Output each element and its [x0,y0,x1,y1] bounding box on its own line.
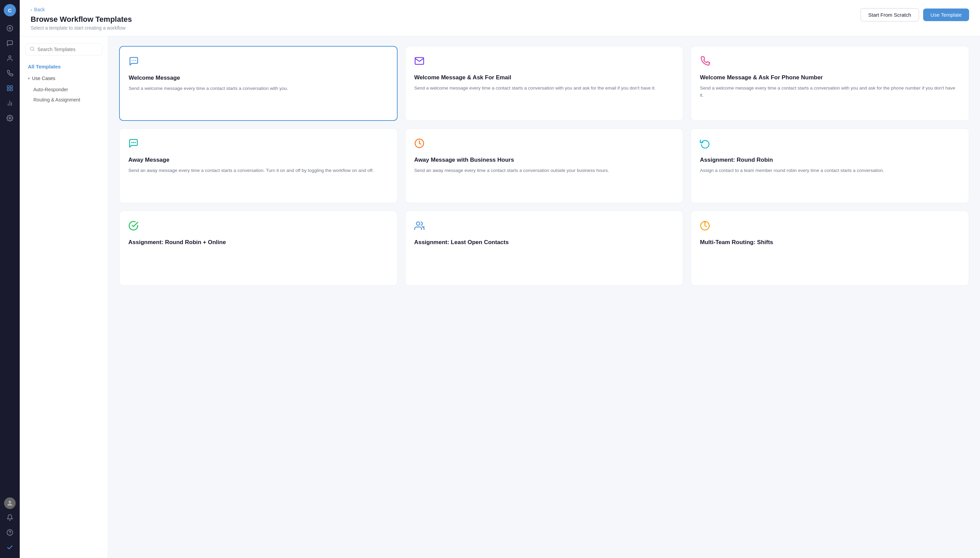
template-card-welcome-email[interactable]: Welcome Message & Ask For EmailSend a we… [405,46,683,121]
nav-sidebar: C [0,0,20,558]
svg-point-23 [416,222,420,225]
svg-point-0 [7,26,13,31]
help-icon[interactable] [3,526,16,539]
search-input[interactable] [38,47,98,52]
all-templates-link[interactable]: All Templates [25,62,102,72]
template-desc-welcome-message: Send a welcome message every time a cont… [129,85,388,92]
templates-area: Welcome MessageSend a welcome message ev… [108,36,980,558]
left-panel: All Templates ▾ Use Cases Auto-Responder… [20,36,108,558]
template-title-away-message: Away Message [128,156,388,164]
template-title-away-business-hours: Away Message with Business Hours [414,156,674,164]
svg-point-1 [9,28,11,29]
use-cases-section: ▾ Use Cases Auto-Responder Routing & Ass… [25,74,102,105]
user-avatar[interactable] [4,497,16,509]
template-desc-away-message: Send an away message every time a contac… [128,167,388,174]
svg-rect-4 [11,86,13,88]
template-card-welcome-phone[interactable]: Welcome Message & Ask For Phone NumberSe… [691,46,969,121]
svg-line-15 [33,50,34,51]
svg-rect-6 [8,89,10,91]
main-area: ‹ Back Browse Workflow Templates Select … [20,0,980,558]
dashboard-icon[interactable] [3,22,16,35]
template-title-welcome-phone: Welcome Message & Ask For Phone Number [700,74,960,81]
template-title-multi-team-shifts: Multi-Team Routing: Shifts [700,239,960,246]
template-card-welcome-message[interactable]: Welcome MessageSend a welcome message ev… [119,46,398,121]
template-icon-welcome-message [129,56,388,69]
template-title-least-open: Assignment: Least Open Contacts [414,239,674,246]
templates-grid: Welcome MessageSend a welcome message ev… [119,46,969,286]
header-actions: Start From Scratch Use Template [860,7,969,21]
template-card-least-open[interactable]: Assignment: Least Open Contacts [405,211,683,286]
start-from-scratch-button[interactable]: Start From Scratch [860,8,919,21]
content-area: All Templates ▾ Use Cases Auto-Responder… [20,36,980,558]
chat-icon[interactable] [3,37,16,50]
svg-point-11 [8,501,11,503]
svg-rect-5 [11,89,13,91]
search-box [25,43,102,56]
template-icon-round-robin [700,138,960,151]
page-title: Browse Workflow Templates [31,15,132,24]
template-icon-away-business-hours [414,138,674,151]
use-cases-header[interactable]: ▾ Use Cases [25,74,102,82]
back-chevron-icon: ‹ [31,7,32,12]
workflow-icon[interactable] [3,82,16,95]
svg-point-2 [9,56,11,58]
template-title-round-robin-online: Assignment: Round Robin + Online [128,239,388,246]
tasks-icon[interactable] [3,541,16,554]
template-icon-least-open [414,221,674,233]
template-card-round-robin[interactable]: Assignment: Round RobinAssign a contact … [691,128,969,203]
header-left: ‹ Back Browse Workflow Templates Select … [31,7,132,31]
template-card-away-message[interactable]: Away MessageSend an away message every t… [119,128,398,203]
page-header: ‹ Back Browse Workflow Templates Select … [20,0,980,36]
template-desc-welcome-email: Send a welcome message every time a cont… [414,85,674,92]
template-title-welcome-email: Welcome Message & Ask For Email [414,74,674,81]
template-title-welcome-message: Welcome Message [129,74,388,82]
use-cases-label: Use Cases [32,75,55,81]
back-label: Back [34,7,44,12]
template-card-multi-team-shifts[interactable]: Multi-Team Routing: Shifts [691,211,969,286]
broadcast-icon[interactable] [3,67,16,80]
template-icon-away-message [128,138,388,151]
template-icon-round-robin-online [128,221,388,233]
template-title-round-robin: Assignment: Round Robin [700,156,960,164]
back-link[interactable]: ‹ Back [31,7,132,12]
template-icon-welcome-email [414,56,674,69]
page-subtitle: Select a template to start creating a wo… [31,25,132,31]
sidebar-item-auto-responder[interactable]: Auto-Responder [25,84,102,95]
svg-point-10 [9,117,11,119]
use-cases-chevron-icon: ▾ [28,76,30,81]
search-icon [29,46,35,53]
notification-icon[interactable] [3,511,16,524]
template-desc-away-business-hours: Send an away message every time a contac… [414,167,674,174]
template-icon-welcome-phone [700,56,960,69]
sidebar-item-routing-assignment[interactable]: Routing & Assignment [25,95,102,105]
template-card-round-robin-online[interactable]: Assignment: Round Robin + Online [119,211,398,286]
nav-avatar[interactable]: C [4,4,16,16]
settings-icon[interactable] [3,112,16,125]
use-template-button[interactable]: Use Template [923,8,969,21]
template-desc-welcome-phone: Send a welcome message every time a cont… [700,85,960,99]
reports-icon[interactable] [3,97,16,110]
contacts-icon[interactable] [3,52,16,65]
template-icon-multi-team-shifts [700,221,960,233]
template-card-away-business-hours[interactable]: Away Message with Business HoursSend an … [405,128,683,203]
template-desc-round-robin: Assign a contact to a team member round … [700,167,960,174]
svg-rect-3 [8,86,10,88]
